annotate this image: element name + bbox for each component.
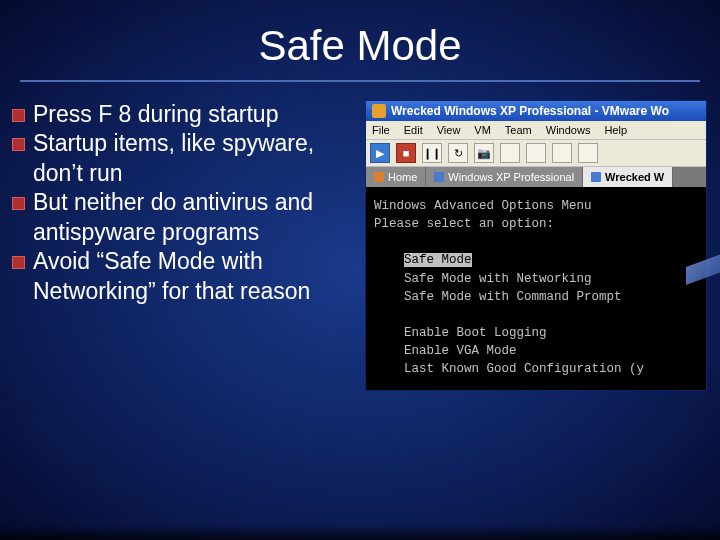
tab-label: Windows XP Professional — [448, 171, 574, 183]
vm-window: Wrecked Windows XP Professional - VMware… — [365, 100, 707, 391]
window-title: Wrecked Windows XP Professional - VMware… — [391, 104, 669, 118]
home-icon — [374, 172, 384, 182]
vm-icon — [434, 172, 444, 182]
bullet-list: Press F 8 during startup Startup items, … — [12, 100, 357, 391]
menu-bar: File Edit View VM Team Windows Help — [366, 121, 706, 140]
boot-option[interactable]: Enable VGA Mode — [404, 344, 517, 358]
console-line: Please select an option: — [374, 217, 554, 231]
bullet-text: Avoid “Safe Mode with Networking” for th… — [33, 247, 357, 306]
vm-icon — [591, 172, 601, 182]
menu-view[interactable]: View — [437, 124, 461, 136]
tab-wrecked[interactable]: Wrecked W — [583, 167, 673, 187]
bullet-icon — [12, 109, 25, 122]
toolbar-button[interactable] — [526, 143, 546, 163]
bullet-icon — [12, 138, 25, 151]
boot-option[interactable]: Safe Mode with Networking — [404, 272, 592, 286]
menu-team[interactable]: Team — [505, 124, 532, 136]
bullet-text: Press F 8 during startup — [33, 100, 278, 129]
tab-bar: Home Windows XP Professional Wrecked W — [366, 167, 706, 187]
boot-option[interactable]: Last Known Good Configuration (y — [404, 362, 644, 376]
tab-winxp[interactable]: Windows XP Professional — [426, 167, 583, 187]
vm-screenshot: Wrecked Windows XP Professional - VMware… — [365, 100, 708, 391]
console-line: Windows Advanced Options Menu — [374, 199, 592, 213]
app-icon — [372, 104, 386, 118]
tab-home[interactable]: Home — [366, 167, 426, 187]
power-off-button[interactable]: ■ — [396, 143, 416, 163]
boot-option-selected[interactable]: Safe Mode — [404, 253, 472, 267]
bullet-text: Startup items, like spyware, don’t run — [33, 129, 357, 188]
bullet-icon — [12, 256, 25, 269]
boot-option[interactable]: Enable Boot Logging — [404, 326, 547, 340]
slide-title: Safe Mode — [20, 0, 700, 82]
menu-file[interactable]: File — [372, 124, 390, 136]
boot-console[interactable]: Windows Advanced Options Menu Please sel… — [366, 187, 706, 390]
toolbar-button[interactable] — [552, 143, 572, 163]
list-item: But neither do antivirus and antispyware… — [12, 188, 357, 247]
suspend-button[interactable]: ❙❙ — [422, 143, 442, 163]
toolbar: ▶ ■ ❙❙ ↻ 📷 — [366, 140, 706, 167]
list-item: Press F 8 during startup — [12, 100, 357, 129]
menu-help[interactable]: Help — [604, 124, 627, 136]
bullet-text: But neither do antivirus and antispyware… — [33, 188, 357, 247]
power-on-button[interactable]: ▶ — [370, 143, 390, 163]
window-titlebar[interactable]: Wrecked Windows XP Professional - VMware… — [366, 101, 706, 121]
toolbar-button[interactable] — [500, 143, 520, 163]
toolbar-button[interactable] — [578, 143, 598, 163]
tab-label: Home — [388, 171, 417, 183]
list-item: Startup items, like spyware, don’t run — [12, 129, 357, 188]
menu-edit[interactable]: Edit — [404, 124, 423, 136]
tab-label: Wrecked W — [605, 171, 664, 183]
list-item: Avoid “Safe Mode with Networking” for th… — [12, 247, 357, 306]
snapshot-button[interactable]: 📷 — [474, 143, 494, 163]
reset-button[interactable]: ↻ — [448, 143, 468, 163]
boot-option[interactable]: Safe Mode with Command Prompt — [404, 290, 622, 304]
bullet-icon — [12, 197, 25, 210]
menu-vm[interactable]: VM — [474, 124, 491, 136]
menu-windows[interactable]: Windows — [546, 124, 591, 136]
footer-shadow — [0, 525, 720, 540]
